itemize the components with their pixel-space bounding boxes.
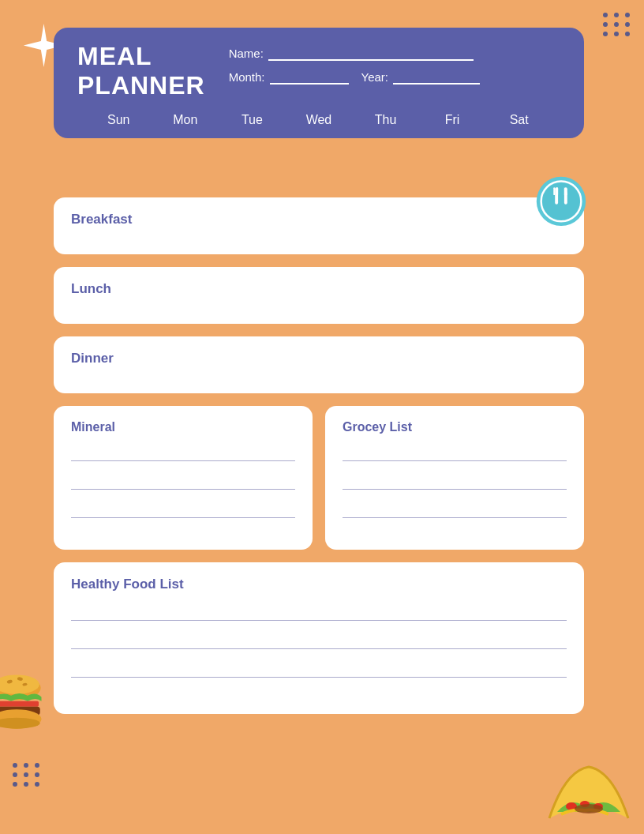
grocery-label: Grocey List bbox=[343, 420, 567, 434]
breakfast-icon bbox=[530, 167, 592, 229]
svg-rect-5 bbox=[556, 187, 558, 195]
breakfast-label: Breakfast bbox=[71, 212, 133, 227]
svg-rect-13 bbox=[0, 701, 39, 707]
header-fields: Name: Month: Year: bbox=[229, 42, 480, 85]
name-label: Name: bbox=[229, 47, 264, 60]
day-sat: Sat bbox=[504, 113, 535, 127]
svg-rect-4 bbox=[553, 187, 555, 195]
app-title: MEAL PLANNER bbox=[77, 42, 205, 100]
healthy-line-1[interactable] bbox=[71, 607, 567, 621]
grocery-line-3[interactable] bbox=[343, 504, 567, 518]
month-input-line[interactable] bbox=[270, 69, 349, 85]
breakfast-card: Breakfast bbox=[54, 197, 584, 254]
day-thu: Thu bbox=[370, 113, 402, 127]
decorative-dots-bottom-left bbox=[13, 763, 41, 787]
grocery-card: Grocey List bbox=[325, 406, 584, 550]
day-fri: Fri bbox=[436, 113, 468, 127]
header-card: MEAL PLANNER Name: Month: Year: Sun Mon … bbox=[54, 28, 584, 138]
two-col-section: Mineral Grocey List bbox=[54, 406, 584, 550]
grocery-line-1[interactable] bbox=[343, 447, 567, 461]
lunch-card: Lunch bbox=[54, 267, 584, 324]
name-input-line[interactable] bbox=[268, 45, 474, 61]
dinner-card: Dinner bbox=[54, 336, 584, 393]
year-label: Year: bbox=[361, 70, 388, 84]
burger-decoration bbox=[0, 668, 44, 731]
healthy-line-3[interactable] bbox=[71, 663, 567, 678]
name-row: Name: bbox=[229, 45, 480, 61]
svg-point-2 bbox=[543, 183, 580, 220]
mineral-label: Mineral bbox=[71, 420, 295, 434]
month-label: Month: bbox=[229, 70, 265, 84]
lunch-label: Lunch bbox=[71, 281, 111, 296]
mineral-line-1[interactable] bbox=[71, 447, 295, 461]
dinner-label: Dinner bbox=[71, 351, 114, 366]
taco-decoration bbox=[541, 755, 628, 826]
healthy-food-label: Healthy Food List bbox=[71, 577, 567, 592]
day-mon: Mon bbox=[170, 113, 201, 127]
year-input-line[interactable] bbox=[393, 69, 480, 85]
main-content: Breakfast Lunch Dinner bbox=[54, 197, 584, 714]
month-year-row: Month: Year: bbox=[229, 69, 480, 85]
mineral-line-3[interactable] bbox=[71, 504, 295, 518]
mineral-card: Mineral bbox=[54, 406, 313, 550]
days-row: Sun Mon Tue Wed Thu Fri Sat bbox=[77, 113, 560, 127]
decorative-dots-top-right bbox=[603, 13, 631, 36]
day-sun: Sun bbox=[103, 113, 134, 127]
svg-point-20 bbox=[575, 804, 603, 813]
healthy-food-card: Healthy Food List bbox=[54, 562, 584, 714]
healthy-line-2[interactable] bbox=[71, 635, 567, 649]
grocery-line-2[interactable] bbox=[343, 475, 567, 490]
day-tue: Tue bbox=[236, 113, 268, 127]
mineral-line-2[interactable] bbox=[71, 475, 295, 490]
day-wed: Wed bbox=[303, 113, 335, 127]
